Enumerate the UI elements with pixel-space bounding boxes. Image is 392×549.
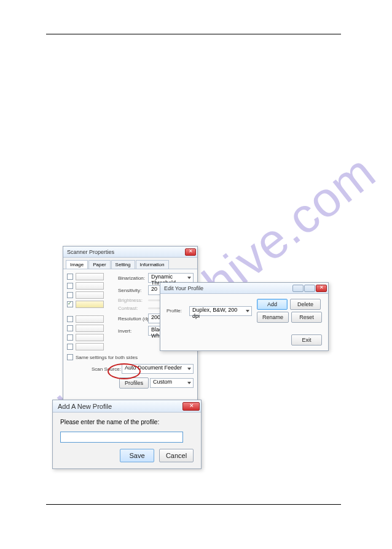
maximize-icon[interactable] — [304, 285, 315, 292]
rename-button[interactable]: Rename — [257, 312, 289, 323]
profile-select[interactable]: Duplex, B&W, 200 dpi — [189, 306, 252, 316]
checkbox-icon[interactable] — [67, 283, 73, 289]
edit-profile-titlebar[interactable]: Edit Your Profile — [160, 283, 328, 294]
add-profile-titlebar[interactable]: Add A New Profile — [53, 400, 201, 413]
front-bw-swatch — [76, 301, 104, 308]
scan-source-select[interactable]: Auto Document Feeder — [122, 364, 194, 374]
delete-button[interactable]: Delete — [290, 299, 321, 310]
checkbox-icon[interactable] — [67, 301, 73, 307]
checkbox-icon[interactable] — [67, 325, 73, 331]
list-item[interactable] — [67, 325, 116, 332]
brightness-label: Brightness: — [118, 298, 146, 303]
add-profile-title: Add A New Profile — [58, 403, 112, 410]
reset-button[interactable]: Reset — [291, 312, 322, 323]
scan-source-value: Auto Document Feeder — [125, 365, 182, 371]
tab-bar: Image Paper Setting Information — [63, 258, 197, 269]
profiles-button[interactable]: Profiles — [119, 377, 149, 389]
scanner-properties-title: Scanner Properties — [67, 249, 114, 255]
resolution-value: 200 — [151, 314, 160, 320]
contrast-label: Contrast: — [118, 306, 146, 311]
rear-color-swatch — [76, 325, 104, 332]
cancel-button[interactable]: Cancel — [159, 449, 194, 462]
exit-button[interactable]: Exit — [291, 334, 322, 346]
checkbox-icon[interactable] — [67, 334, 73, 341]
edit-profile-dialog: Edit Your Profile Profile: Duplex, B&W, … — [160, 282, 329, 351]
tab-setting[interactable]: Setting — [111, 260, 135, 269]
checkbox-icon[interactable] — [67, 292, 73, 298]
custom-profile-select[interactable]: Custom — [150, 378, 194, 388]
custom-value: Custom — [153, 379, 172, 385]
front-color-swatch — [76, 282, 104, 290]
invert-label: Invert: — [118, 328, 146, 334]
rear-auto-color-swatch — [76, 315, 104, 323]
binarization-select[interactable]: Dynamic Threshold — [148, 273, 194, 283]
list-item[interactable] — [67, 282, 116, 290]
scan-source-label: Scan Source: — [92, 366, 119, 372]
save-button[interactable]: Save — [120, 449, 154, 462]
checkbox-icon[interactable] — [67, 274, 73, 280]
resolution-label: Resolution (dpi): — [118, 316, 146, 322]
add-profile-prompt: Please enter the name of the profile: — [60, 419, 194, 425]
front-gray-swatch — [76, 291, 104, 299]
list-item[interactable] — [67, 273, 116, 280]
list-item[interactable] — [67, 301, 116, 308]
checkbox-icon[interactable] — [67, 316, 73, 322]
minimize-icon[interactable] — [292, 285, 304, 292]
list-item[interactable] — [67, 315, 116, 323]
tab-information[interactable]: Information — [136, 260, 169, 269]
edit-profile-title: Edit Your Profile — [164, 285, 203, 291]
profile-name-input[interactable] — [60, 432, 183, 443]
tab-paper[interactable]: Paper — [88, 260, 110, 269]
front-auto-color-swatch — [76, 273, 104, 280]
sensitivity-label: Sensitivity: — [118, 288, 146, 293]
page-top-rule — [46, 34, 341, 34]
close-icon[interactable] — [185, 248, 196, 256]
page-bottom-rule — [46, 504, 341, 505]
tab-image[interactable]: Image — [66, 260, 88, 269]
scanner-properties-titlebar[interactable]: Scanner Properties — [63, 247, 197, 258]
close-icon[interactable] — [316, 285, 327, 292]
rear-bw-swatch — [76, 343, 104, 350]
rear-gray-swatch — [76, 334, 104, 341]
same-settings-checkbox-row[interactable]: Same settings for both sides — [67, 354, 194, 360]
same-settings-label: Same settings for both sides — [76, 355, 138, 360]
profile-label: Profile: — [167, 308, 184, 314]
close-icon[interactable] — [182, 402, 200, 411]
list-item[interactable] — [67, 291, 116, 299]
add-profile-dialog: Add A New Profile Please enter the name … — [52, 400, 202, 469]
list-item[interactable] — [67, 334, 116, 341]
profile-value: Duplex, B&W, 200 dpi — [192, 307, 237, 319]
list-item[interactable] — [67, 343, 116, 350]
checkbox-icon[interactable] — [67, 354, 73, 360]
checkbox-icon[interactable] — [67, 344, 73, 350]
add-button[interactable]: Add — [257, 299, 288, 310]
sensitivity-input[interactable]: 20 — [148, 285, 160, 295]
binarization-label: Binarization: — [118, 275, 146, 281]
